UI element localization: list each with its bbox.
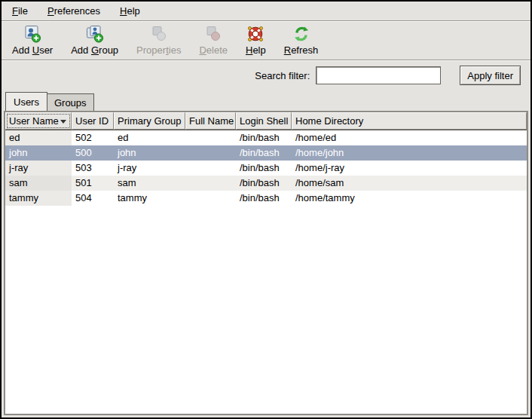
table-empty-area: [5, 206, 527, 414]
help-icon: [246, 25, 264, 43]
cell-home-directory: /home/john: [292, 145, 527, 161]
add-group-button[interactable]: Add Group: [66, 24, 123, 57]
search-filter-label: Search filter:: [255, 70, 310, 81]
cell-home-directory: /home/tammy: [292, 191, 527, 206]
cell-full-name: [185, 191, 236, 206]
cell-user-name: tammy: [5, 191, 72, 206]
cell-user-name: ed: [5, 130, 72, 145]
add-user-icon: [23, 25, 41, 43]
column-header-user-id[interactable]: User ID: [72, 112, 114, 130]
properties-label: Properties: [136, 44, 181, 56]
menubar: File Preferences Help: [2, 2, 530, 20]
menu-help[interactable]: Help: [115, 3, 145, 19]
delete-label: Delete: [199, 44, 228, 56]
table-row-sam[interactable]: sam 501 sam /bin/bash /home/sam: [5, 176, 527, 191]
cell-primary-group: john: [114, 145, 185, 161]
column-header-full-name[interactable]: Full Name: [185, 112, 236, 130]
cell-home-directory: /home/j-ray: [292, 161, 527, 176]
properties-icon: [150, 25, 168, 43]
cell-user-id: 502: [72, 130, 114, 145]
refresh-label: Refresh: [284, 44, 319, 56]
help-label: Help: [246, 44, 266, 56]
cell-full-name: [185, 161, 236, 176]
column-header-primary-group[interactable]: Primary Group: [114, 112, 185, 130]
users-table: User Name User ID Primary Group Full Nam…: [4, 111, 528, 415]
cell-login-shell: /bin/bash: [236, 176, 292, 191]
search-filter-input[interactable]: [316, 66, 441, 84]
column-header-home-directory[interactable]: Home Directory: [292, 112, 527, 130]
cell-full-name: [185, 176, 236, 191]
menu-file[interactable]: File: [8, 3, 32, 19]
cell-user-id: 504: [72, 191, 114, 206]
cell-login-shell: /bin/bash: [236, 161, 292, 176]
tab-groups[interactable]: Groups: [47, 93, 94, 111]
cell-login-shell: /bin/bash: [236, 130, 292, 145]
add-user-button[interactable]: Add User: [8, 24, 57, 57]
cell-full-name: [185, 130, 236, 145]
add-user-label: Add User: [12, 44, 53, 56]
delete-icon: [204, 25, 222, 43]
cell-primary-group: j-ray: [114, 161, 185, 176]
cell-login-shell: /bin/bash: [236, 191, 292, 206]
cell-primary-group: ed: [114, 130, 185, 145]
refresh-button[interactable]: Refresh: [280, 24, 323, 57]
toolbar: Add User Add Group: [2, 22, 530, 60]
table-row-tammy[interactable]: tammy 504 tammy /bin/bash /home/tammy: [5, 191, 527, 206]
cell-user-id: 501: [72, 176, 114, 191]
tab-users[interactable]: Users: [5, 92, 47, 111]
cell-home-directory: /home/ed: [292, 130, 527, 145]
filter-row: Search filter: Apply filter: [2, 61, 530, 90]
delete-button: Delete: [194, 24, 232, 57]
cell-login-shell: /bin/bash: [236, 145, 292, 161]
user-manager-window: File Preferences Help Add User: [0, 0, 532, 419]
table-row-john-selected[interactable]: john 500 john /bin/bash /home/john: [5, 145, 527, 161]
cell-home-directory: /home/sam: [292, 176, 527, 191]
column-header-user-name[interactable]: User Name: [5, 112, 72, 130]
table-row-ed[interactable]: ed 502 ed /bin/bash /home/ed: [5, 130, 527, 145]
table-header: User Name User ID Primary Group Full Nam…: [5, 112, 527, 130]
tab-strip: Users Groups: [2, 90, 530, 111]
cell-user-name: john: [5, 145, 72, 161]
help-button[interactable]: Help: [241, 24, 271, 57]
sort-descending-icon: [60, 120, 66, 124]
cell-user-name: sam: [5, 176, 72, 191]
add-group-icon: [86, 25, 104, 43]
cell-full-name: [185, 145, 236, 161]
cell-user-name: j-ray: [5, 161, 72, 176]
cell-primary-group: sam: [114, 176, 185, 191]
apply-filter-button[interactable]: Apply filter: [460, 66, 521, 85]
add-group-label: Add Group: [71, 44, 118, 56]
cell-user-id: 500: [72, 145, 114, 161]
table-row-j-ray[interactable]: j-ray 503 j-ray /bin/bash /home/j-ray: [5, 161, 527, 176]
menu-preferences[interactable]: Preferences: [43, 3, 105, 19]
cell-primary-group: tammy: [114, 191, 185, 206]
cell-user-id: 503: [72, 161, 114, 176]
column-header-login-shell[interactable]: Login Shell: [236, 112, 292, 130]
properties-button: Properties: [132, 24, 185, 57]
refresh-icon: [292, 25, 310, 43]
